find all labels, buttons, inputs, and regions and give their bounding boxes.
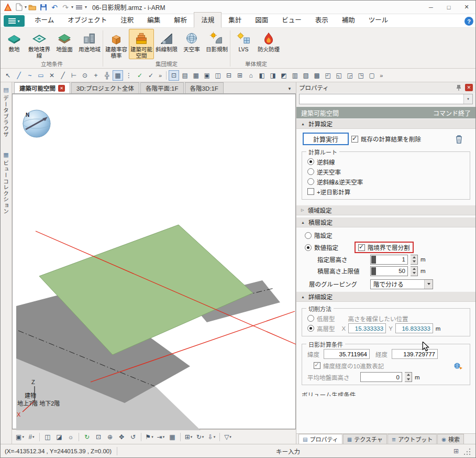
application-menu-button[interactable]: ▾ (4, 15, 25, 27)
panel-tab-properties[interactable]: ▤ プロパティ (298, 434, 342, 444)
beam-tool-icon[interactable]: ⊟ (224, 70, 234, 81)
view-collection-tab[interactable]: ▦ ビューコレクション (2, 151, 10, 215)
view-tab-buildable-space[interactable]: 建築可能空間 ✕ (14, 82, 70, 93)
maximize-button[interactable]: □ (440, 1, 458, 14)
walkthrough-icon[interactable]: ⇥▾ (156, 432, 166, 442)
minimize-button[interactable]: ─ (422, 1, 440, 14)
decimal-latlon-checkbox[interactable] (314, 362, 320, 369)
ribbon-tab-object[interactable]: オブジェクト (61, 13, 114, 27)
pan-icon[interactable]: ✥ (116, 432, 127, 442)
ground-height-spinner[interactable] (405, 372, 412, 382)
refresh-icon[interactable]: ↻ (82, 432, 92, 442)
room-tool-icon[interactable]: ▩ (312, 70, 322, 81)
ribbon-tab-display[interactable]: 表示 (308, 13, 335, 27)
floor-tool-icon[interactable]: ▤ (180, 70, 190, 81)
view-tab-3d-project[interactable]: 3D:プロジェクト全体 (71, 82, 139, 93)
scene-canvas[interactable]: N Z X 建物 地上7階 地下2階 (12, 94, 296, 430)
section-layer-settings[interactable]: ▲ 積層設定 (296, 217, 475, 227)
keep-height-x-input[interactable] (348, 323, 386, 333)
buildable-space-button[interactable]: 建築可能空間 (129, 29, 154, 59)
polyline-tool-icon[interactable]: ~ (25, 70, 35, 81)
view-tab-list-dropdown-icon[interactable]: ▼ (283, 86, 296, 93)
shadow-toggle-icon[interactable]: ◪ (54, 432, 64, 442)
camera-position-icon[interactable]: ⚑▾ (144, 432, 154, 442)
close-button[interactable]: ✕ (458, 1, 475, 14)
ribbon-tab-edit[interactable]: 編集 (140, 13, 167, 27)
object-selector-combobox[interactable]: ▾ (299, 94, 473, 104)
panel-tab-output[interactable]: ≣ アウトプット (388, 434, 437, 444)
panel-tab-texture[interactable]: ▦ テクスチャ (343, 434, 387, 444)
panel-tab-search[interactable]: ◉ 検索 (437, 434, 464, 444)
floor-setting-radio[interactable] (305, 232, 312, 239)
redo-icon[interactable]: ↷ (60, 2, 71, 13)
rotate-view-icon[interactable]: ↻▾ (195, 432, 205, 442)
low-rise-radio[interactable] (307, 315, 314, 322)
section-calc-settings[interactable]: ▲ 計算設定 (296, 118, 475, 129)
ribbon-tab-assist[interactable]: 補助 (335, 13, 362, 27)
label-tool-icon[interactable]: ◲ (345, 70, 355, 81)
ground-plane-button[interactable]: 地盤面 (52, 29, 77, 59)
check-draw-icon[interactable]: ✓ (135, 70, 145, 81)
layer-height-spinner[interactable] (411, 255, 418, 265)
slant-restriction-button[interactable]: 斜線制限 (154, 29, 179, 59)
route-inverse-shadow-checkbox[interactable] (307, 188, 314, 195)
ribbon-tab-annotation[interactable]: 注釈 (114, 13, 140, 27)
split-by-floor-checkbox[interactable] (358, 244, 365, 251)
undo-history-dropdown-icon[interactable]: ▾ (71, 5, 73, 9)
layer-grouping-select[interactable]: 階で分ける (370, 279, 433, 289)
door-tool-icon[interactable]: ◧ (257, 70, 267, 81)
site-button[interactable]: 敷地 (2, 29, 27, 59)
help-icon[interactable]: ? (464, 17, 473, 26)
delete-tool-icon[interactable]: ✕ (47, 70, 57, 81)
snap-options-icon[interactable]: ⋮ (124, 70, 134, 81)
display-style-icon[interactable]: ▣▾ (15, 432, 25, 442)
site-boundary-button[interactable]: 敷地境界線 (27, 29, 52, 59)
point-snap-icon[interactable]: + (91, 70, 101, 81)
grid-display-icon[interactable]: #▾ (26, 432, 37, 442)
section-icon[interactable]: ◫ (42, 432, 53, 442)
mass-tool-icon[interactable]: ◱ (334, 70, 344, 81)
ribbon-tab-aggregate[interactable]: 集計 (222, 13, 248, 27)
ribbon-tab-analysis[interactable]: 解析 (167, 13, 194, 27)
model-display-icon[interactable]: ⊞▾ (183, 432, 194, 442)
viewport-3d[interactable]: N Z X 建物 地上7階 地下2階 (12, 94, 296, 429)
window-tool-icon[interactable]: ◨ (268, 70, 278, 81)
numeric-setting-radio[interactable] (305, 244, 312, 251)
rect-tool-icon[interactable]: ▭ (36, 70, 46, 81)
slab-tool-icon[interactable]: ⊞ (235, 70, 245, 81)
measure-tool-icon[interactable]: ▢ (367, 70, 377, 81)
data-browser-tab[interactable]: ▤ データブラウザ (2, 86, 10, 138)
roof-tool-icon[interactable]: ⌂ (246, 70, 256, 81)
lvs-button[interactable]: LVS (231, 29, 256, 59)
customize-toolbar-icon[interactable] (74, 2, 84, 13)
ribbon-tab-tools[interactable]: ツール (362, 13, 395, 27)
section-detail-settings[interactable]: ▲ 詳細設定 (296, 291, 475, 302)
filter-icon[interactable]: ▽▾ (223, 432, 233, 442)
key-input-label[interactable]: キー入力 (276, 449, 300, 455)
zone-tool-icon[interactable]: ◰ (323, 70, 333, 81)
column-tool-icon[interactable]: ◫ (213, 70, 223, 81)
zoom-icon[interactable]: ⊕ (105, 432, 115, 442)
new-file-dropdown-icon[interactable]: ▾ (25, 5, 27, 9)
shadow-regulation-button[interactable]: 日影規制 (204, 29, 229, 59)
cross-snap-icon[interactable]: ╬ (102, 70, 112, 81)
snapshot-icon[interactable]: ▦ (167, 432, 178, 442)
route-inverse-both-radio[interactable] (307, 178, 314, 185)
navigation-ball[interactable]: N (23, 110, 50, 137)
customize-dropdown-icon[interactable]: ▾ (85, 5, 87, 9)
opening-tool-icon[interactable]: ◩ (279, 70, 289, 81)
layer-height-input[interactable]: 1 (370, 255, 408, 265)
grid-status-icon[interactable]: ⊞ (453, 448, 459, 455)
fire-smoke-button[interactable]: 防火防煙 (256, 29, 281, 59)
view-tab-floor-3d-1f[interactable]: 各階3D:1F (185, 82, 224, 93)
drop-to-ground-icon[interactable]: ⇩▾ (206, 432, 217, 442)
section-region-settings[interactable]: ▷ 領域設定 (296, 205, 475, 215)
select-tool-icon[interactable]: ↖ (3, 70, 13, 81)
line-tool-icon[interactable]: ╱ (14, 70, 24, 81)
ribbon-tab-view[interactable]: ビュー (275, 13, 308, 27)
trash-icon[interactable] (455, 135, 463, 144)
perpendicular-snap-icon[interactable]: ⊢ (69, 70, 79, 81)
orbit-icon[interactable]: ↺ (128, 432, 138, 442)
dimension-tool-icon[interactable]: ◳ (356, 70, 366, 81)
geo-link-icon[interactable] (454, 362, 462, 369)
